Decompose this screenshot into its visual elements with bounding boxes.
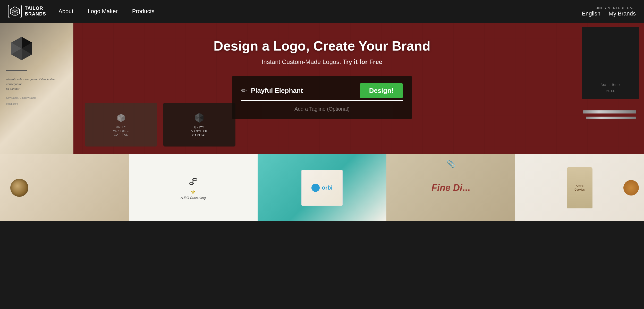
yarn-ball	[10, 179, 28, 197]
fine-dia-text: Fine Di...	[431, 182, 470, 193]
navbar: TAILOR BRANDS About Logo Maker Products …	[0, 0, 644, 23]
design-button[interactable]: Design!	[360, 83, 403, 98]
orbi-box: orbi	[301, 170, 343, 206]
afg-logo: ⚜ A.F.G Consulting	[181, 189, 206, 200]
nav-about[interactable]: About	[58, 8, 73, 15]
mosaic-cell-yarn	[0, 154, 129, 221]
brand-name-input[interactable]	[251, 87, 355, 95]
logo-link[interactable]: TAILOR BRANDS	[8, 5, 46, 18]
biz-card-1-name: UNITY VENTURE CAPITAL	[113, 125, 129, 137]
hero-subtitle-plain: Instant Custom-Made Logos.	[262, 58, 343, 65]
hero-title: Design a Logo, Create Your Brand	[214, 38, 430, 54]
hero-input-row: ✏ Design!	[241, 83, 403, 101]
tagline-row	[241, 101, 403, 119]
nav-company-label: UNITY VENTURE CA...	[596, 6, 636, 10]
biz-card-2-name: UNITY VENTURE CAPITAL	[191, 126, 207, 137]
nav-right: UNITY VENTURE CA... English My Brands	[582, 6, 636, 17]
hero-subtitle-bold: Try it for Free	[343, 58, 382, 65]
nav-products[interactable]: Products	[132, 8, 155, 15]
afg-logo-text: A.F.G Consulting	[181, 196, 206, 200]
logo-icon	[8, 5, 22, 18]
nav-right-actions: English My Brands	[582, 10, 636, 17]
mosaic-section: 🖇 ⚜ A.F.G Consulting orbi 📎 Fine Di...	[0, 154, 644, 221]
cookie-circle	[623, 180, 639, 196]
nav-logo-maker[interactable]: Logo Maker	[88, 8, 118, 15]
mosaic-cell-amys: Amy's Cookies	[515, 154, 644, 221]
fine-dia-clip: 📎	[446, 159, 455, 168]
binder-clip-icon: 🖇	[189, 176, 198, 187]
mosaic-cell-afg-content: 🖇 ⚜ A.F.G Consulting	[129, 154, 258, 221]
pencil-icon: ✏	[241, 87, 247, 95]
mosaic-cell-finedia: 📎 Fine Di...	[386, 154, 515, 221]
logo-text: TAILOR BRANDS	[25, 6, 46, 17]
nav-language[interactable]: English	[582, 10, 600, 17]
mosaic-cell-amys-content: Amy's Cookies	[515, 154, 644, 221]
hero-form: ✏ Design!	[232, 76, 412, 119]
nav-links: About Logo Maker Products	[58, 8, 582, 15]
orbi-logo-text: orbi	[322, 184, 333, 191]
hero-subtitle: Instant Custom-Made Logos. Try it for Fr…	[262, 58, 382, 66]
nav-my-brands[interactable]: My Brands	[609, 10, 636, 17]
hero-content: Design a Logo, Create Your Brand Instant…	[0, 38, 644, 119]
tagline-input[interactable]	[241, 106, 403, 112]
mosaic-cell-orbi: orbi	[258, 154, 386, 221]
amys-bag: Amy's Cookies	[567, 167, 592, 208]
amys-label: Amy's Cookies	[574, 184, 585, 192]
mosaic-cell-yarn-content	[0, 154, 129, 221]
mosaic-cell-finedia-content: 📎 Fine Di...	[386, 154, 515, 221]
mosaic-cell-afg: 🖇 ⚜ A.F.G Consulting	[129, 154, 258, 221]
mosaic-cell-orbi-content: orbi	[258, 154, 386, 221]
afg-logo-symbol: ⚜	[181, 189, 206, 196]
hero-section: oluptate velit esse quam nihil molestiae…	[0, 23, 644, 154]
